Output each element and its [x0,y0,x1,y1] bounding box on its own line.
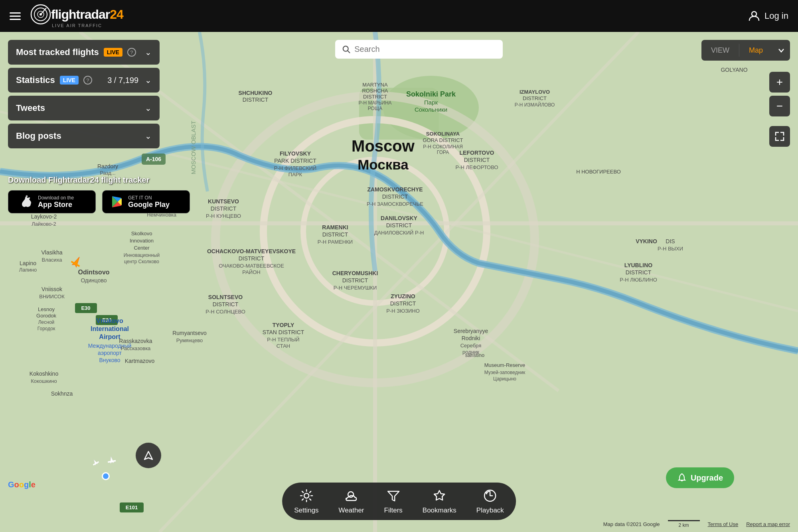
svg-text:DISTRICT: DISTRICT [239,255,265,262]
google-play-small-text: GET IT ON [128,195,170,201]
tweets-chevron: ⌄ [145,103,152,113]
google-play-button[interactable]: GET IT ON Google Play [102,190,190,213]
zoom-in-button[interactable]: + [769,72,790,93]
svg-marker-153 [388,491,399,501]
navigate-button[interactable] [136,443,161,468]
svg-line-144 [348,50,350,53]
search-input[interactable] [354,45,496,54]
svg-text:MARTYNA: MARTYNA [362,82,388,88]
app-store-button[interactable]: Download on the App Store [8,190,96,213]
header-left: flightradar24 LIVE AIR TRAFFIC [10,4,123,28]
svg-text:Р-Н ЗЮЗИНО: Р-Н ЗЮЗИНО [386,308,420,314]
blog-posts-header[interactable]: Blog posts ⌄ [8,124,160,148]
upgrade-button[interactable]: Upgrade [666,467,734,488]
svg-line-149 [108,461,116,462]
statistics-help[interactable]: ? [83,76,92,85]
view-toggle: VIEW Map [701,40,790,61]
hamburger-menu[interactable] [10,12,21,20]
svg-text:IZMAYLOVO: IZMAYLOVO [519,89,550,95]
statistics-badge: LIVE [60,76,79,85]
svg-text:DIS: DIS [666,238,675,244]
settings-toolbar-item[interactable]: Settings [294,488,318,514]
google-logo-icon: Google [8,479,40,491]
weather-toolbar-item[interactable]: Weather [339,488,364,514]
svg-text:Сокольники: Сокольники [415,106,447,113]
svg-text:Laykovo-2: Laykovo-2 [31,213,57,220]
chevron-down-icon [778,47,784,53]
svg-text:Р-Н ЗАМОСКВОРЕЧЬЕ: Р-Н ЗАМОСКВОРЕЧЬЕ [367,201,423,207]
login-button[interactable]: Log in [748,10,788,22]
most-tracked-title: Most tracked flights [16,47,99,57]
svg-text:E101: E101 [126,504,138,510]
svg-text:Р-Н МАРЬИНА: Р-Н МАРЬИНА [358,100,391,106]
terms-link[interactable]: Terms of Use [708,521,739,527]
zoom-out-button[interactable]: − [769,96,790,116]
svg-text:DANILOVSKY: DANILOVSKY [381,215,417,221]
svg-text:Skolkovo: Skolkovo [131,231,152,236]
svg-text:Rumyantsevo: Rumyantsevo [172,330,207,336]
svg-text:Rodniki: Rodniki [462,335,480,341]
scale-bar: 2 km [668,520,700,528]
svg-text:PARK DISTRICT: PARK DISTRICT [274,158,316,164]
svg-text:ОЧАКОВО-МАТВЕЕВСКОЕ: ОЧАКОВО-МАТВЕЕВСКОЕ [219,263,284,269]
svg-text:ZAMOSKVORECHYE: ZAMOSKVORECHYE [367,186,423,193]
svg-text:GORA DISTRICT: GORA DISTRICT [423,137,463,143]
svg-text:RAMENKI: RAMENKI [322,224,348,231]
svg-text:Р-Н ТЕПЛЫЙ: Р-Н ТЕПЛЫЙ [267,337,299,343]
scale-label: 2 km [679,522,689,528]
svg-text:Moscow: Moscow [352,137,415,155]
svg-text:Р-Н ЛЕФОРТОВО: Р-Н ЛЕФОРТОВО [455,164,498,170]
filters-toolbar-item[interactable]: Filters [384,488,403,514]
download-section: Download Flightradar24 flight tracker Do… [8,175,223,213]
svg-text:Р-Н СОКОЛИНАЯ: Р-Н СОКОЛИНАЯ [423,144,463,150]
most-tracked-chevron: ⌄ [145,47,152,57]
svg-text:DISTRICT: DISTRICT [382,193,408,200]
store-buttons: Download on the App Store GET IT ON Goog… [8,190,223,213]
svg-text:Р-Н СОЛНЦЕВО: Р-Н СОЛНЦЕВО [205,309,245,315]
view-dropdown[interactable] [772,47,790,53]
app-store-small-text: Download on the [38,195,74,201]
expand-button[interactable] [769,126,790,147]
download-title: Download Flightradar24 flight tracker [8,175,223,185]
most-tracked-badge: LIVE [104,48,122,57]
filters-label: Filters [384,506,403,514]
svg-text:DISTRICT: DISTRICT [390,300,416,307]
svg-text:Р-Н ФИЛЕВСКИЙ: Р-Н ФИЛЕВСКИЙ [274,165,316,171]
statistics-left: Statistics LIVE ? [16,75,92,85]
svg-text:Городок: Городок [38,326,55,331]
bookmarks-label: Bookmarks [423,506,456,514]
statistics-header[interactable]: Statistics LIVE ? 3 / 7,199 ⌄ [8,68,160,93]
svg-text:аэропорт: аэропорт [98,350,122,356]
most-tracked-help[interactable]: ? [127,48,136,57]
svg-text:FILYOVSKY: FILYOVSKY [280,150,311,157]
svg-text:TYOPLY: TYOPLY [273,322,294,328]
most-tracked-header[interactable]: Most tracked flights LIVE ? ⌄ [8,40,160,65]
svg-text:Лапино: Лапино [19,267,37,273]
svg-text:ROSHCHA: ROSHCHA [362,88,388,94]
map-view-button[interactable]: Map [739,40,772,61]
settings-icon [299,488,314,503]
report-link[interactable]: Report a map error [746,521,790,527]
bookmarks-toolbar-item[interactable]: Bookmarks [423,488,456,514]
app-store-large-text: App Store [38,201,74,209]
plane-cluster [92,453,128,476]
svg-text:Р-Н КУНЦЕВО: Р-Н КУНЦЕВО [206,213,241,219]
svg-text:Москва: Москва [358,157,409,172]
tweets-header[interactable]: Tweets ⌄ [8,96,160,120]
svg-point-5 [752,12,757,16]
svg-text:Лайково-2: Лайково-2 [32,221,56,227]
statistics-count: 3 / 7,199 [107,76,138,85]
svg-text:Lesnoy: Lesnoy [38,306,55,312]
svg-text:SOLNTSEVO: SOLNTSEVO [208,294,243,300]
google-play-text: GET IT ON Google Play [128,195,170,209]
playback-toolbar-item[interactable]: Playback [476,488,504,514]
svg-text:Р-Н ВЫХИ: Р-Н ВЫХИ [658,246,683,252]
app-store-text: Download on the App Store [38,195,74,209]
svg-text:РАЙОН: РАЙОН [242,269,260,275]
logo-main: flightradar24 [30,4,123,25]
svg-text:International: International [91,325,129,332]
svg-text:ZYUZINO: ZYUZINO [391,293,415,299]
svg-text:Инновационный: Инновационный [124,252,160,258]
svg-text:Center: Center [134,245,150,251]
svg-text:Парк: Парк [424,99,438,106]
